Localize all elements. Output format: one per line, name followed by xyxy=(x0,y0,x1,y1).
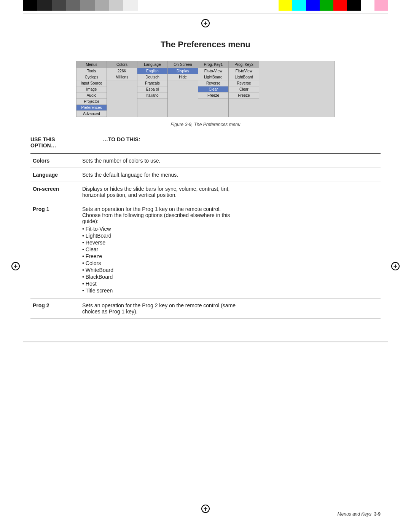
registration-mark-left xyxy=(11,262,20,270)
menu-item: Hide xyxy=(168,74,198,80)
menu-item: Preferences xyxy=(76,105,107,111)
footer-text: Menus and Keys 3-9 xyxy=(338,511,381,517)
menu-item: Input Source xyxy=(76,80,107,86)
menu-item: Image xyxy=(76,86,107,93)
grayscale-swatch xyxy=(52,0,66,11)
menu-column-header: Prog. Key2 xyxy=(229,61,259,68)
menu-item: Italiano xyxy=(137,93,167,99)
option-description: Sets an operation for the Prog 1 key on … xyxy=(80,202,381,299)
menu-screenshot: MenusToolsCyclopsInput SourceImageAudioP… xyxy=(76,61,335,117)
color-swatch xyxy=(361,0,374,11)
bottom-line xyxy=(23,342,388,342)
menu-column-header: Colors xyxy=(107,61,137,68)
color-swatch xyxy=(333,0,347,11)
option-row: On-screenDisplays or hides the slide bar… xyxy=(30,182,381,202)
option-bullet-item: BlackBoard xyxy=(82,274,378,280)
option-bullet-item: Reverse xyxy=(82,240,378,246)
option-bullets: Fit-to-ViewLightBoardReverseClearFreezeC… xyxy=(82,226,378,294)
grayscale-swatch xyxy=(66,0,80,11)
use-this-label: USE THIS xyxy=(30,136,55,142)
menu-item: Tools xyxy=(76,68,107,74)
color-swatch xyxy=(320,0,333,11)
menu-column-header: Language xyxy=(137,61,167,68)
menu-item: Fit-toView xyxy=(229,68,259,74)
footer-page: 3-9 xyxy=(374,511,381,517)
color-swatch xyxy=(374,0,388,11)
menu-item: Reverse xyxy=(229,80,259,86)
menu-column: MenusToolsCyclopsInput SourceImageAudioP… xyxy=(76,61,107,117)
menu-column: Colors226KMillions xyxy=(107,61,137,117)
option-bullet-item: LightBoard xyxy=(82,233,378,239)
option-name: Prog 2 xyxy=(30,299,80,319)
option-name: On-screen xyxy=(30,182,80,202)
use-this-header: USE THIS OPTION… …TO DO THIS: xyxy=(30,136,381,150)
menu-item: 226K xyxy=(107,68,137,74)
menu-item: Advanced xyxy=(76,111,107,117)
menu-column: On-ScreenDisplayHide xyxy=(168,61,198,117)
menu-item: Fit-to-View xyxy=(198,68,228,74)
option-description: Displays or hides the slide bars for syn… xyxy=(80,182,381,202)
option-bullet-item: WhiteBoard xyxy=(82,267,378,273)
grayscale-swatch xyxy=(37,0,52,11)
option-description: Sets the number of colors to use. xyxy=(80,154,381,168)
option-row: Prog 2Sets an operation for the Prog 2 k… xyxy=(30,299,381,319)
grayscale-swatch xyxy=(123,0,138,11)
menu-item: English xyxy=(137,68,167,74)
grayscale-swatch xyxy=(23,0,37,11)
option-name: Prog 1 xyxy=(30,202,80,299)
option-row: Prog 1Sets an operation for the Prog 1 k… xyxy=(30,202,381,299)
registration-mark-top xyxy=(201,19,210,27)
menu-item: Millions xyxy=(107,74,137,80)
option-description: Sets an operation for the Prog 2 key on … xyxy=(80,299,381,319)
menu-item: Display xyxy=(168,68,198,74)
use-this-col1: USE THIS OPTION… xyxy=(30,136,80,149)
option-row: ColorsSets the number of colors to use. xyxy=(30,154,381,168)
page-title: The Preferences menu xyxy=(30,40,381,50)
menu-column: LanguageEnglishDeutschFrancaisEspa olIta… xyxy=(137,61,168,117)
top-color-bar xyxy=(0,0,411,11)
option-bullet-item: Colors xyxy=(82,260,378,266)
color-swatch xyxy=(292,0,306,11)
color-swatch xyxy=(347,0,361,11)
color-bar xyxy=(279,0,388,11)
option-description: Sets the default language for the menus. xyxy=(80,168,381,182)
option-label: OPTION… xyxy=(30,142,56,149)
option-name: Colors xyxy=(30,154,80,168)
menu-item: LightBoard xyxy=(229,74,259,80)
menu-column: Prog. Key2Fit-toViewLightBoardReverseCle… xyxy=(229,61,259,117)
grayscale-bar xyxy=(23,0,152,11)
option-bullet-item: Title screen xyxy=(82,288,378,294)
registration-mark-bottom xyxy=(201,505,210,513)
menu-item: Clear xyxy=(198,86,228,93)
menu-column-header: Menus xyxy=(76,61,107,68)
option-bullet-item: Fit-to-View xyxy=(82,226,378,232)
menu-item: Audio xyxy=(76,93,107,99)
menu-item: Francais xyxy=(137,80,167,86)
menu-item: Deutsch xyxy=(137,74,167,80)
option-bullet-item: Host xyxy=(82,281,378,287)
to-do-col: …TO DO THIS: xyxy=(103,136,140,149)
main-content: The Preferences menu MenusToolsCyclopsIn… xyxy=(0,17,411,342)
color-swatch xyxy=(279,0,292,11)
color-swatch xyxy=(306,0,320,11)
menu-item: Reverse xyxy=(198,80,228,86)
option-bullet-item: Freeze xyxy=(82,253,378,259)
grayscale-swatch xyxy=(80,0,95,11)
menu-item: Freeze xyxy=(229,93,259,99)
grayscale-swatch xyxy=(109,0,124,11)
options-table: ColorsSets the number of colors to use.L… xyxy=(30,154,381,319)
option-row: LanguageSets the default language for th… xyxy=(30,168,381,182)
menu-item: Projector xyxy=(76,99,107,105)
menu-column-header: On-Screen xyxy=(168,61,198,68)
grayscale-swatch xyxy=(138,0,152,11)
menu-column: Prog. Key1Fit-to-ViewLightBoardReverseCl… xyxy=(198,61,229,117)
option-name: Language xyxy=(30,168,80,182)
menu-item: Espa ol xyxy=(137,86,167,93)
menu-column-header: Prog. Key1 xyxy=(198,61,228,68)
menu-item: Cyclops xyxy=(76,74,107,80)
grayscale-swatch xyxy=(95,0,109,11)
menu-item: Clear xyxy=(229,86,259,93)
figure-caption: Figure 3-9, The Preferences menu xyxy=(30,122,381,127)
page-footer: Menus and Keys 3-9 xyxy=(338,511,381,517)
registration-mark-right xyxy=(391,262,400,270)
